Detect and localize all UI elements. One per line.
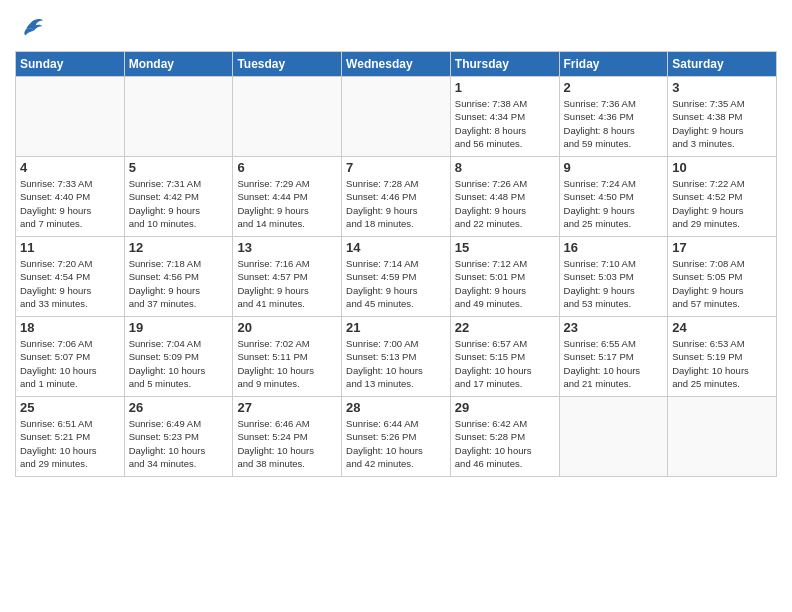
day-number: 8 bbox=[455, 160, 555, 175]
calendar-cell: 19Sunrise: 7:04 AM Sunset: 5:09 PM Dayli… bbox=[124, 317, 233, 397]
calendar-cell: 5Sunrise: 7:31 AM Sunset: 4:42 PM Daylig… bbox=[124, 157, 233, 237]
day-info: Sunrise: 7:29 AM Sunset: 4:44 PM Dayligh… bbox=[237, 177, 337, 230]
weekday-header-monday: Monday bbox=[124, 52, 233, 77]
day-info: Sunrise: 6:53 AM Sunset: 5:19 PM Dayligh… bbox=[672, 337, 772, 390]
weekday-header-tuesday: Tuesday bbox=[233, 52, 342, 77]
calendar-cell: 15Sunrise: 7:12 AM Sunset: 5:01 PM Dayli… bbox=[450, 237, 559, 317]
day-number: 21 bbox=[346, 320, 446, 335]
day-number: 6 bbox=[237, 160, 337, 175]
header bbox=[15, 10, 777, 43]
day-info: Sunrise: 7:10 AM Sunset: 5:03 PM Dayligh… bbox=[564, 257, 664, 310]
day-info: Sunrise: 6:51 AM Sunset: 5:21 PM Dayligh… bbox=[20, 417, 120, 470]
day-number: 25 bbox=[20, 400, 120, 415]
day-info: Sunrise: 6:55 AM Sunset: 5:17 PM Dayligh… bbox=[564, 337, 664, 390]
day-info: Sunrise: 7:35 AM Sunset: 4:38 PM Dayligh… bbox=[672, 97, 772, 150]
calendar-cell: 21Sunrise: 7:00 AM Sunset: 5:13 PM Dayli… bbox=[342, 317, 451, 397]
day-number: 11 bbox=[20, 240, 120, 255]
calendar-cell: 9Sunrise: 7:24 AM Sunset: 4:50 PM Daylig… bbox=[559, 157, 668, 237]
day-info: Sunrise: 7:00 AM Sunset: 5:13 PM Dayligh… bbox=[346, 337, 446, 390]
calendar-cell: 16Sunrise: 7:10 AM Sunset: 5:03 PM Dayli… bbox=[559, 237, 668, 317]
day-info: Sunrise: 6:44 AM Sunset: 5:26 PM Dayligh… bbox=[346, 417, 446, 470]
day-info: Sunrise: 7:38 AM Sunset: 4:34 PM Dayligh… bbox=[455, 97, 555, 150]
page: SundayMondayTuesdayWednesdayThursdayFrid… bbox=[0, 0, 792, 612]
calendar-cell: 14Sunrise: 7:14 AM Sunset: 4:59 PM Dayli… bbox=[342, 237, 451, 317]
calendar-table: SundayMondayTuesdayWednesdayThursdayFrid… bbox=[15, 51, 777, 477]
day-number: 28 bbox=[346, 400, 446, 415]
day-info: Sunrise: 6:49 AM Sunset: 5:23 PM Dayligh… bbox=[129, 417, 229, 470]
calendar-cell: 26Sunrise: 6:49 AM Sunset: 5:23 PM Dayli… bbox=[124, 397, 233, 477]
day-info: Sunrise: 7:26 AM Sunset: 4:48 PM Dayligh… bbox=[455, 177, 555, 230]
day-number: 3 bbox=[672, 80, 772, 95]
day-number: 27 bbox=[237, 400, 337, 415]
day-number: 1 bbox=[455, 80, 555, 95]
day-info: Sunrise: 7:08 AM Sunset: 5:05 PM Dayligh… bbox=[672, 257, 772, 310]
calendar-cell: 1Sunrise: 7:38 AM Sunset: 4:34 PM Daylig… bbox=[450, 77, 559, 157]
day-info: Sunrise: 7:20 AM Sunset: 4:54 PM Dayligh… bbox=[20, 257, 120, 310]
calendar-cell: 7Sunrise: 7:28 AM Sunset: 4:46 PM Daylig… bbox=[342, 157, 451, 237]
weekday-header-sunday: Sunday bbox=[16, 52, 125, 77]
day-info: Sunrise: 6:46 AM Sunset: 5:24 PM Dayligh… bbox=[237, 417, 337, 470]
weekday-header-thursday: Thursday bbox=[450, 52, 559, 77]
calendar-cell: 2Sunrise: 7:36 AM Sunset: 4:36 PM Daylig… bbox=[559, 77, 668, 157]
calendar-cell: 28Sunrise: 6:44 AM Sunset: 5:26 PM Dayli… bbox=[342, 397, 451, 477]
day-number: 24 bbox=[672, 320, 772, 335]
day-info: Sunrise: 7:22 AM Sunset: 4:52 PM Dayligh… bbox=[672, 177, 772, 230]
calendar-cell: 24Sunrise: 6:53 AM Sunset: 5:19 PM Dayli… bbox=[668, 317, 777, 397]
day-number: 23 bbox=[564, 320, 664, 335]
day-info: Sunrise: 7:16 AM Sunset: 4:57 PM Dayligh… bbox=[237, 257, 337, 310]
calendar-cell bbox=[342, 77, 451, 157]
calendar-cell bbox=[668, 397, 777, 477]
day-number: 13 bbox=[237, 240, 337, 255]
calendar-cell bbox=[559, 397, 668, 477]
weekday-header-friday: Friday bbox=[559, 52, 668, 77]
day-number: 14 bbox=[346, 240, 446, 255]
day-number: 18 bbox=[20, 320, 120, 335]
day-number: 2 bbox=[564, 80, 664, 95]
day-info: Sunrise: 7:18 AM Sunset: 4:56 PM Dayligh… bbox=[129, 257, 229, 310]
calendar-cell: 4Sunrise: 7:33 AM Sunset: 4:40 PM Daylig… bbox=[16, 157, 125, 237]
day-number: 9 bbox=[564, 160, 664, 175]
day-number: 22 bbox=[455, 320, 555, 335]
calendar-cell: 17Sunrise: 7:08 AM Sunset: 5:05 PM Dayli… bbox=[668, 237, 777, 317]
calendar-cell: 18Sunrise: 7:06 AM Sunset: 5:07 PM Dayli… bbox=[16, 317, 125, 397]
day-info: Sunrise: 7:31 AM Sunset: 4:42 PM Dayligh… bbox=[129, 177, 229, 230]
calendar-cell: 6Sunrise: 7:29 AM Sunset: 4:44 PM Daylig… bbox=[233, 157, 342, 237]
calendar-cell: 8Sunrise: 7:26 AM Sunset: 4:48 PM Daylig… bbox=[450, 157, 559, 237]
day-info: Sunrise: 7:28 AM Sunset: 4:46 PM Dayligh… bbox=[346, 177, 446, 230]
calendar-cell: 25Sunrise: 6:51 AM Sunset: 5:21 PM Dayli… bbox=[16, 397, 125, 477]
calendar-cell: 29Sunrise: 6:42 AM Sunset: 5:28 PM Dayli… bbox=[450, 397, 559, 477]
weekday-header-saturday: Saturday bbox=[668, 52, 777, 77]
calendar-cell bbox=[233, 77, 342, 157]
day-number: 7 bbox=[346, 160, 446, 175]
day-info: Sunrise: 7:04 AM Sunset: 5:09 PM Dayligh… bbox=[129, 337, 229, 390]
calendar-cell: 10Sunrise: 7:22 AM Sunset: 4:52 PM Dayli… bbox=[668, 157, 777, 237]
calendar-cell bbox=[124, 77, 233, 157]
day-info: Sunrise: 6:57 AM Sunset: 5:15 PM Dayligh… bbox=[455, 337, 555, 390]
calendar-cell: 20Sunrise: 7:02 AM Sunset: 5:11 PM Dayli… bbox=[233, 317, 342, 397]
day-number: 5 bbox=[129, 160, 229, 175]
calendar-cell: 22Sunrise: 6:57 AM Sunset: 5:15 PM Dayli… bbox=[450, 317, 559, 397]
day-number: 12 bbox=[129, 240, 229, 255]
day-number: 19 bbox=[129, 320, 229, 335]
week-row-3: 18Sunrise: 7:06 AM Sunset: 5:07 PM Dayli… bbox=[16, 317, 777, 397]
logo bbox=[15, 15, 45, 43]
calendar-cell: 11Sunrise: 7:20 AM Sunset: 4:54 PM Dayli… bbox=[16, 237, 125, 317]
day-number: 16 bbox=[564, 240, 664, 255]
day-info: Sunrise: 7:12 AM Sunset: 5:01 PM Dayligh… bbox=[455, 257, 555, 310]
day-info: Sunrise: 6:42 AM Sunset: 5:28 PM Dayligh… bbox=[455, 417, 555, 470]
weekday-header-wednesday: Wednesday bbox=[342, 52, 451, 77]
calendar-cell: 12Sunrise: 7:18 AM Sunset: 4:56 PM Dayli… bbox=[124, 237, 233, 317]
calendar-cell: 23Sunrise: 6:55 AM Sunset: 5:17 PM Dayli… bbox=[559, 317, 668, 397]
week-row-1: 4Sunrise: 7:33 AM Sunset: 4:40 PM Daylig… bbox=[16, 157, 777, 237]
day-number: 4 bbox=[20, 160, 120, 175]
calendar-cell: 13Sunrise: 7:16 AM Sunset: 4:57 PM Dayli… bbox=[233, 237, 342, 317]
day-number: 29 bbox=[455, 400, 555, 415]
calendar-cell: 27Sunrise: 6:46 AM Sunset: 5:24 PM Dayli… bbox=[233, 397, 342, 477]
day-number: 10 bbox=[672, 160, 772, 175]
day-info: Sunrise: 7:14 AM Sunset: 4:59 PM Dayligh… bbox=[346, 257, 446, 310]
day-number: 26 bbox=[129, 400, 229, 415]
calendar-cell: 3Sunrise: 7:35 AM Sunset: 4:38 PM Daylig… bbox=[668, 77, 777, 157]
weekday-header-row: SundayMondayTuesdayWednesdayThursdayFrid… bbox=[16, 52, 777, 77]
week-row-2: 11Sunrise: 7:20 AM Sunset: 4:54 PM Dayli… bbox=[16, 237, 777, 317]
week-row-0: 1Sunrise: 7:38 AM Sunset: 4:34 PM Daylig… bbox=[16, 77, 777, 157]
